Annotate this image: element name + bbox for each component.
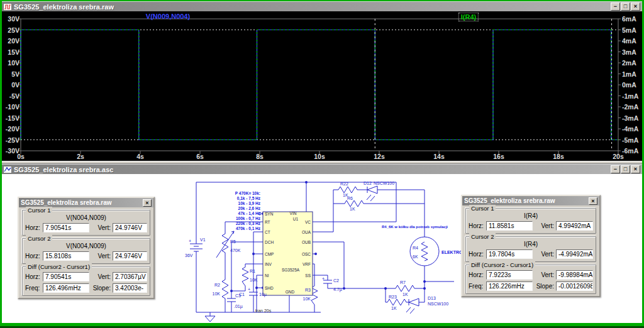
signal-name: V(N004,N009) <box>25 243 147 249</box>
cursor1-group: Cursor 1 V(N004,N009) Horz: 7.90541s Ver… <box>22 210 150 236</box>
axis-tick-label: 25V <box>8 26 19 34</box>
axis-tick-label: 30V <box>8 15 19 23</box>
diff-horz-field[interactable]: 7.9223s <box>486 270 533 280</box>
axis-tick-label: 3mA <box>622 48 636 56</box>
plot-canvas[interactable] <box>2 11 642 161</box>
cursor2-horz-field[interactable]: 19.7804s <box>486 249 533 259</box>
vert-label: Vert: <box>92 253 111 260</box>
wave-window-titlebar[interactable]: SG3525_elektroliza srebra.raw − □ × <box>2 1 642 11</box>
cursor1-vert-field[interactable]: 4.99492mA <box>556 221 593 231</box>
vert-label: Vert: <box>535 251 554 258</box>
left-voltage-axis[interactable]: 30V25V20V15V10V5V0V-5V-10V-15V-20V-25V-3… <box>2 15 19 155</box>
axis-tick-label: 4mA <box>622 37 636 45</box>
cursor1-horz-field[interactable]: 11.8581s <box>486 221 533 231</box>
schematic-window-title: SG3525_elektroliza srebra.asc <box>14 166 609 173</box>
slope-label: Slope: <box>535 283 554 290</box>
frequency-note-line: P 470K= 10k: <box>210 191 260 196</box>
group-label: Cursor 1 <box>26 207 52 214</box>
cursor1-horz-field[interactable]: 7.90541s <box>43 223 89 232</box>
axis-tick-label: 16s <box>487 153 510 160</box>
axis-tick-label: -15V <box>6 114 19 122</box>
axis-tick-label: 18s <box>547 153 570 160</box>
axis-tick-label: 10s <box>308 153 331 160</box>
diff-vert-field[interactable]: 2.70367µV <box>113 272 147 282</box>
axis-tick-label: 5mA <box>622 26 636 34</box>
axis-tick-label: 6s <box>189 153 211 160</box>
axis-tick-label: 0mA <box>622 81 636 89</box>
horz-label: Horz: <box>25 224 43 231</box>
cursor2-vert-field[interactable]: 24.9746V <box>113 251 147 261</box>
axis-tick-label: -20V <box>6 125 19 133</box>
dialog-titlebar[interactable]: SG3525_elektroliza srebra.raw × <box>462 196 599 205</box>
frequency-note-line: 20k - 2,6 Hz <box>210 206 260 211</box>
maximize-button[interactable]: □ <box>621 165 630 173</box>
diff-horz-field[interactable]: 7.90541s <box>43 272 89 282</box>
horz-label: Horz: <box>25 253 43 260</box>
axis-tick-label: 15V <box>8 48 19 56</box>
dialog-title: SG3525_elektroliza srebra.raw <box>464 197 589 204</box>
diff-slope-field[interactable]: -0.00126098 <box>556 282 593 291</box>
cursor1-group: Cursor 1 I(R4) Horz: 11.8581s Vert: 4.99… <box>465 208 596 234</box>
trace-label-voltage[interactable]: V(N009,N004) <box>146 13 190 20</box>
cursor-dialog-current[interactable]: SG3525_elektroliza srebra.raw × Cursor 1… <box>461 195 601 297</box>
close-button[interactable]: × <box>631 3 640 11</box>
axis-tick-label: 20s <box>607 153 630 160</box>
group-label: Diff (Cursor2 - Cursor1) <box>469 261 535 268</box>
axis-tick-label: -10V <box>6 103 19 111</box>
diff-group: Diff (Cursor2 - Cursor1) Horz: 7.9223s V… <box>465 265 596 294</box>
schematic-window-titlebar[interactable]: SG3525_elektroliza srebra.asc − □ × <box>2 164 642 174</box>
cursor2-horz-field[interactable]: 15.8108s <box>43 251 89 261</box>
cursor-dialog-voltage[interactable]: SG3525_elektroliza srebra.raw × Cursor 1… <box>18 197 155 299</box>
axis-tick-label: 1mA <box>622 70 636 78</box>
axis-tick-label: -25V <box>6 136 19 144</box>
app-window: SG3525_elektroliza srebra.raw − □ × V(N0… <box>0 0 644 328</box>
axis-tick-label: -2mA <box>622 103 638 111</box>
trace-label-current[interactable]: I(R4) <box>458 13 479 21</box>
close-button[interactable]: × <box>631 165 640 173</box>
signal-name: V(N004,N009) <box>25 214 147 221</box>
vert-label: Vert: <box>535 271 554 278</box>
diff-slope-field[interactable]: 3.42003e-007 <box>113 283 147 293</box>
cursor1-vert-field[interactable]: 24.9746V <box>113 223 147 232</box>
horz-label: Horz: <box>469 271 486 278</box>
freq-label: Freq: <box>469 283 486 290</box>
group-label: Diff (Cursor2 - Cursor1) <box>26 263 92 270</box>
diff-vert-field[interactable]: -9.98984mA <box>556 270 593 280</box>
frequency-note: P 470K= 10k:0,1k - 7,5 Hz10k - 3,9 Hz20k… <box>210 191 260 231</box>
axis-tick-label: 4s <box>129 153 152 160</box>
close-icon[interactable]: × <box>589 197 597 205</box>
axis-tick-label: 10V <box>8 59 19 67</box>
axis-tick-label: 12s <box>368 153 391 160</box>
axis-tick-label: -3mA <box>622 114 638 122</box>
minimize-button[interactable]: − <box>611 165 620 173</box>
axis-tick-label: 0s <box>9 153 32 160</box>
frequency-note-line: 470k - 0,1 Hz <box>210 226 260 231</box>
signal-name: I(R4) <box>469 241 593 248</box>
axis-tick-label: 8s <box>248 153 271 160</box>
schematic-file-icon <box>3 166 12 173</box>
axis-tick-label: 20V <box>8 37 19 45</box>
axis-tick-label: 6mA <box>622 15 636 23</box>
frequency-note-line: 220k - 0,3 Hz <box>210 221 260 226</box>
slope-label: Slope: <box>92 285 111 292</box>
waveform-pane[interactable]: V(N009,N004) I(R4) 30V25V20V15V10V5V0V-5… <box>2 11 642 161</box>
dialog-title: SG3525_elektroliza srebra.raw <box>21 199 143 206</box>
vert-label: Vert: <box>92 273 111 280</box>
horz-label: Horz: <box>25 273 43 280</box>
minimize-button[interactable]: − <box>611 3 620 11</box>
axis-tick-label: -4mA <box>622 125 638 133</box>
axis-tick-label: 2s <box>69 153 92 160</box>
axis-tick-label: 2mA <box>622 59 636 67</box>
dialog-titlebar[interactable]: SG3525_elektroliza srebra.raw × <box>19 198 153 207</box>
maximize-button[interactable]: □ <box>621 3 630 11</box>
group-label: Cursor 1 <box>469 205 496 212</box>
axis-tick-label: -5V <box>9 92 19 100</box>
diff-freq-field[interactable]: 126.226mHz <box>486 282 533 291</box>
diff-freq-field[interactable]: 126.496mHz <box>43 283 89 293</box>
close-icon[interactable]: × <box>143 199 152 207</box>
frequency-note-line: 10k - 3,9 Hz <box>210 201 260 206</box>
cursor2-vert-field[interactable]: -4.99492mA <box>556 249 593 259</box>
time-axis[interactable]: 0s2s4s6s8s10s12s14s16s18s20s <box>9 153 630 161</box>
group-label: Cursor 2 <box>26 235 52 242</box>
right-current-axis[interactable]: 6mA5mA4mA3mA2mA1mA0mA-1mA-2mA-3mA-4mA-5m… <box>622 15 642 155</box>
